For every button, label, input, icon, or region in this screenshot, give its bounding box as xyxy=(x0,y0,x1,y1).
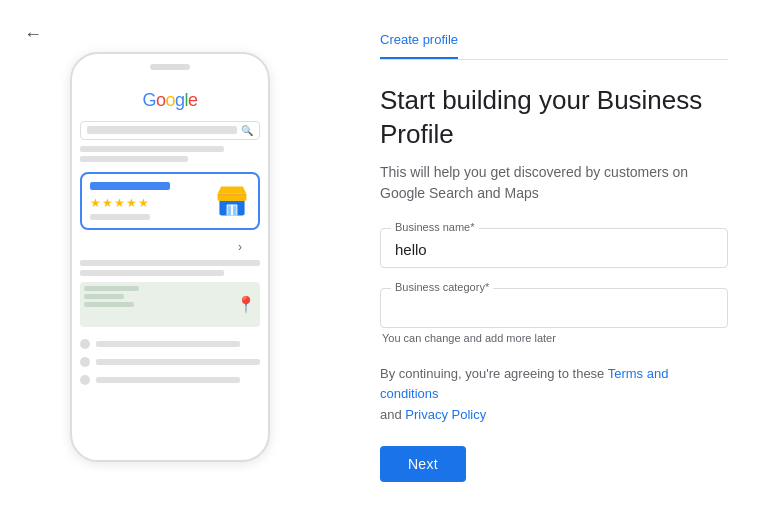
phone-icon xyxy=(80,357,90,367)
card-name-line xyxy=(90,182,170,190)
map-pin-icon: 📍 xyxy=(236,295,256,314)
phone-row-clock xyxy=(80,337,260,351)
business-category-wrapper[interactable]: Business category* xyxy=(380,288,728,328)
store-icon xyxy=(214,183,250,219)
card-sub-line xyxy=(90,214,150,220)
map-line xyxy=(84,302,134,307)
map-line xyxy=(84,294,124,299)
page-title: Start building your Business Profile xyxy=(380,84,728,152)
clock-icon xyxy=(80,339,90,349)
business-name-group: Business name* xyxy=(380,228,728,268)
phone-search-bar: 🔍 xyxy=(80,121,260,140)
placeholder-line xyxy=(96,341,240,347)
phone-lines xyxy=(80,146,260,162)
placeholder-line xyxy=(80,270,224,276)
placeholder-line xyxy=(80,156,188,162)
business-name-input[interactable] xyxy=(395,241,713,258)
phone-detail-lines xyxy=(80,260,260,276)
tab-create-profile[interactable]: Create profile xyxy=(380,32,458,59)
map-lines xyxy=(84,286,139,307)
privacy-link[interactable]: Privacy Policy xyxy=(405,407,486,422)
business-category-label: Business category* xyxy=(391,281,493,293)
business-category-hint: You can change and add more later xyxy=(380,332,728,344)
map-line xyxy=(84,286,139,291)
web-icon xyxy=(80,375,90,385)
terms-text: By continuing, you're agreeing to these … xyxy=(380,364,728,426)
right-panel: Create profile Start building your Busin… xyxy=(340,0,768,513)
phone-info-rows xyxy=(80,333,260,391)
placeholder-line xyxy=(96,377,240,383)
google-logo: Google xyxy=(80,90,260,111)
back-button[interactable]: ← xyxy=(24,24,42,45)
terms-prefix: By continuing, you're agreeing to these xyxy=(380,366,608,381)
svg-rect-5 xyxy=(228,205,232,215)
placeholder-line xyxy=(80,146,224,152)
page-subtitle: This will help you get discovered by cus… xyxy=(380,162,728,204)
svg-marker-4 xyxy=(218,186,247,193)
chevron-row: › xyxy=(80,240,260,254)
phone-row-web xyxy=(80,373,260,387)
terms-and: and xyxy=(380,407,405,422)
tab-bar: Create profile xyxy=(380,32,728,60)
phone-speaker xyxy=(150,64,190,70)
search-icon: 🔍 xyxy=(241,125,253,136)
phone-mockup: Google 🔍 ★★★★★ xyxy=(70,52,270,462)
map-area: 📍 xyxy=(80,282,260,327)
placeholder-line xyxy=(80,260,260,266)
svg-rect-6 xyxy=(233,205,237,215)
next-button[interactable]: Next xyxy=(380,446,466,482)
business-name-label: Business name* xyxy=(391,221,479,233)
star-rating: ★★★★★ xyxy=(90,196,206,210)
chevron-right-icon: › xyxy=(238,240,242,254)
svg-rect-3 xyxy=(218,193,247,195)
business-name-wrapper[interactable]: Business name* xyxy=(380,228,728,268)
phone-row-phone xyxy=(80,355,260,369)
business-category-group: Business category* You can change and ad… xyxy=(380,288,728,344)
business-category-input[interactable] xyxy=(395,301,713,318)
card-info: ★★★★★ xyxy=(90,182,206,220)
business-card-highlight: ★★★★★ xyxy=(80,172,260,230)
phone-search-line xyxy=(87,126,237,134)
placeholder-line xyxy=(96,359,260,365)
